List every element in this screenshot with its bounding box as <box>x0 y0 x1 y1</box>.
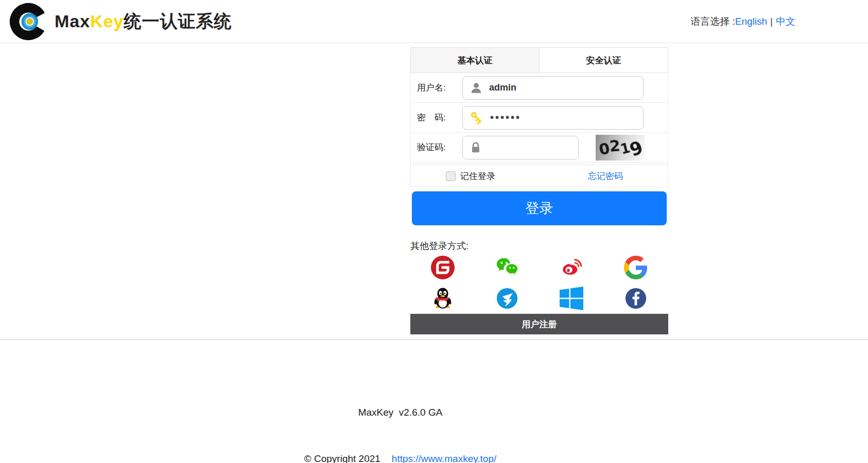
header: MaxKey统一认证系统 语言选择 :English|中文 <box>0 0 868 43</box>
login-provider-wechat[interactable] <box>475 254 539 281</box>
language-label: 语言选择 : <box>690 16 735 27</box>
wechat-icon <box>495 256 519 279</box>
password-row: 密 码: <box>411 103 668 133</box>
footer-copyright-line: © Copyright 2021https://www.maxkey.top/ <box>0 451 801 463</box>
captcha-label: 验证码: <box>417 141 462 153</box>
captcha-image[interactable]: 0219 <box>596 135 645 161</box>
footer-version: MaxKey v2.6.0 GA <box>0 405 801 420</box>
login-form: 用户名: 密 码: <box>410 73 668 187</box>
password-input-wrap <box>462 106 644 130</box>
register-bar[interactable]: 用户注册 <box>410 314 668 334</box>
captcha-row: 验证码: 0219 <box>411 133 668 163</box>
login-provider-dingtalk[interactable] <box>475 285 539 312</box>
gitee-icon <box>431 256 455 279</box>
login-provider-facebook[interactable] <box>604 285 668 312</box>
username-input-wrap <box>462 76 644 100</box>
lock-icon <box>470 141 482 154</box>
language-chinese-link[interactable]: 中文 <box>776 16 795 27</box>
password-input[interactable] <box>490 108 643 128</box>
user-icon <box>470 81 483 95</box>
brand-key: Key <box>90 11 124 31</box>
brand-max: Max <box>55 11 90 31</box>
login-panel: 基本认证 安全认证 用户名: 密 码: <box>410 47 668 334</box>
language-divider: | <box>770 16 773 27</box>
page-title: MaxKey统一认证系统 <box>55 10 232 33</box>
username-label: 用户名: <box>417 82 462 94</box>
remember-checkbox[interactable] <box>446 171 456 181</box>
qq-icon <box>431 287 455 310</box>
facebook-icon <box>624 287 648 310</box>
footer: MaxKey v2.6.0 GA © Copyright 2021https:/… <box>0 340 868 463</box>
forgot-password-link[interactable]: 忘记密码 <box>588 170 623 182</box>
main-area: 基本认证 安全认证 用户名: 密 码: <box>0 44 868 340</box>
captcha-input-wrap <box>462 136 579 159</box>
key-icon <box>470 111 484 125</box>
login-provider-gitee[interactable] <box>410 254 475 281</box>
remember-label: 记住登录 <box>460 170 495 182</box>
other-methods-label: 其他登录方式: <box>410 240 668 252</box>
microsoft-windows-icon <box>560 287 583 310</box>
captcha-input[interactable] <box>488 137 578 158</box>
tab-secure-auth[interactable]: 安全认证 <box>540 48 668 73</box>
weibo-icon <box>560 256 583 279</box>
brand-suffix: 统一认证系统 <box>124 11 232 31</box>
language-english-link[interactable]: English <box>735 16 767 27</box>
password-label: 密 码: <box>417 112 462 123</box>
dingtalk-icon <box>495 287 519 310</box>
login-provider-google[interactable] <box>604 254 668 281</box>
login-provider-microsoft[interactable] <box>540 285 604 312</box>
tab-basic-auth[interactable]: 基本认证 <box>411 48 540 73</box>
language-selector: 语言选择 :English|中文 <box>690 15 795 28</box>
username-input[interactable] <box>489 78 643 98</box>
maxkey-login-page: MaxKey统一认证系统 语言选择 :English|中文 基本认证 安全认证 … <box>0 0 868 463</box>
remember-row: 记住登录 忘记密码 <box>411 165 668 187</box>
remember-group: 记住登录 <box>446 170 495 182</box>
login-providers <box>410 254 668 312</box>
brand: MaxKey统一认证系统 <box>9 3 232 41</box>
maxkey-logo <box>9 3 47 41</box>
login-button[interactable]: 登录 <box>412 191 667 225</box>
google-icon <box>624 256 648 279</box>
auth-tabs: 基本认证 安全认证 <box>410 47 668 73</box>
username-row: 用户名: <box>411 73 668 103</box>
footer-maxkey-link[interactable]: https://www.maxkey.top/ <box>392 453 496 463</box>
login-provider-weibo[interactable] <box>540 254 604 281</box>
footer-text: MaxKey v2.6.0 GA © Copyright 2021https:/… <box>0 340 801 463</box>
footer-copyright: © Copyright 2021 <box>304 453 380 463</box>
login-provider-qq[interactable] <box>410 285 475 312</box>
